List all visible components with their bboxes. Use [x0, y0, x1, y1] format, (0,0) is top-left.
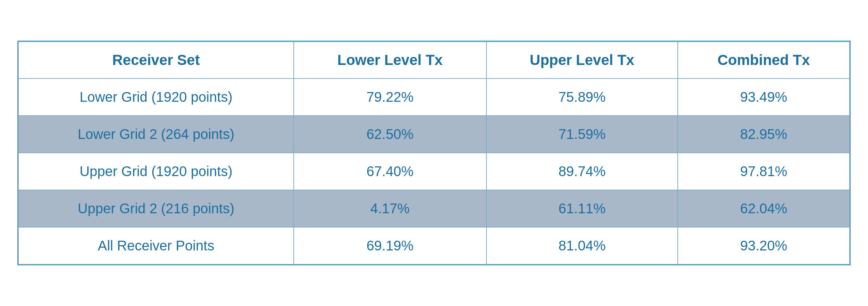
cell-lower-level-tx: 62.50%	[294, 116, 486, 153]
cell-upper-level-tx: 61.11%	[486, 190, 678, 227]
header-lower-level-tx: Lower Level Tx	[294, 42, 486, 78]
cell-upper-level-tx: 89.74%	[486, 153, 678, 190]
cell-upper-level-tx: 81.04%	[486, 227, 678, 264]
table-row: Lower Grid 2 (264 points)62.50%71.59%82.…	[18, 116, 850, 153]
table-row: Upper Grid (1920 points)67.40%89.74%97.8…	[18, 153, 850, 190]
table-row: Upper Grid 2 (216 points)4.17%61.11%62.0…	[18, 190, 850, 227]
cell-lower-level-tx: 4.17%	[294, 190, 486, 227]
cell-receiver-set: Lower Grid 2 (264 points)	[18, 116, 294, 153]
cell-upper-level-tx: 75.89%	[486, 78, 678, 116]
header-receiver-set: Receiver Set	[18, 42, 294, 78]
cell-combined-tx: 93.20%	[678, 227, 850, 264]
header-combined-tx: Combined Tx	[678, 42, 850, 78]
cell-upper-level-tx: 71.59%	[486, 116, 678, 153]
cell-combined-tx: 82.95%	[678, 116, 850, 153]
table-row: Lower Grid (1920 points)79.22%75.89%93.4…	[18, 78, 850, 116]
cell-lower-level-tx: 69.19%	[294, 227, 486, 264]
cell-combined-tx: 93.49%	[678, 78, 850, 116]
cell-receiver-set: Upper Grid (1920 points)	[18, 153, 294, 190]
cell-lower-level-tx: 79.22%	[294, 78, 486, 116]
cell-receiver-set: Lower Grid (1920 points)	[18, 78, 294, 116]
cell-combined-tx: 62.04%	[678, 190, 850, 227]
cell-combined-tx: 97.81%	[678, 153, 850, 190]
table-header-row: Receiver Set Lower Level Tx Upper Level …	[18, 42, 850, 78]
cell-receiver-set: Upper Grid 2 (216 points)	[18, 190, 294, 227]
data-table: Receiver Set Lower Level Tx Upper Level …	[17, 41, 851, 265]
header-upper-level-tx: Upper Level Tx	[486, 42, 678, 78]
table-row: All Receiver Points69.19%81.04%93.20%	[18, 227, 850, 264]
cell-receiver-set: All Receiver Points	[18, 227, 294, 264]
cell-lower-level-tx: 67.40%	[294, 153, 486, 190]
